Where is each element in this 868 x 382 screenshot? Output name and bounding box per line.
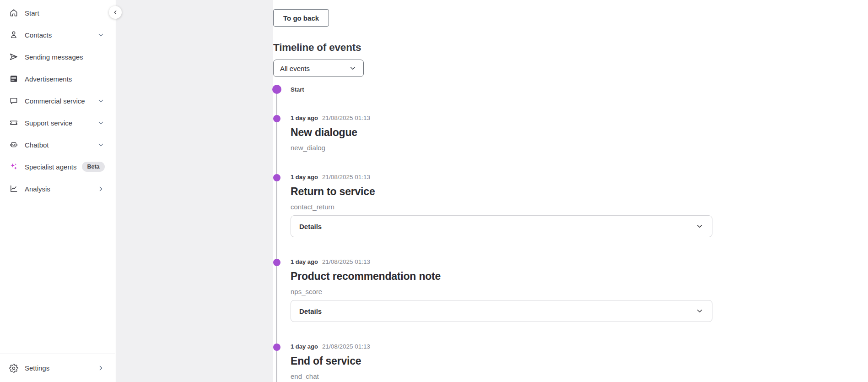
event-meta: 1 day ago 21/08/2025 01:13 [291,115,868,123]
chevron-down-icon [97,31,105,39]
timeline-event: 1 day ago 21/08/2025 01:13 End of servic… [291,343,868,381]
sidebar-item-label: Sending messages [25,53,83,61]
ticket-icon [9,118,18,127]
send-icon [9,52,18,61]
timeline-start-label: Start [291,86,304,93]
timeline-dot [273,115,280,122]
event-code: end_chat [291,372,868,381]
timeline-event: 1 day ago 21/08/2025 01:13 Product recom… [291,258,868,322]
event-filter-value: All events [280,65,310,72]
back-button[interactable]: To go back [273,9,329,27]
details-label: Details [299,223,322,230]
sidebar-item-label: Specialist agents [25,163,76,171]
sidebar-item-commercial-service[interactable]: Commercial service [0,90,115,112]
event-timestamp: 21/08/2025 01:13 [322,343,370,350]
chevron-left-icon [112,9,119,16]
main-content: To go back Timeline of events All events… [273,0,868,382]
sidebar-item-analysis[interactable]: Analysis [0,178,115,200]
sidebar-item-specialist-agents[interactable]: Specialist agents Beta [0,156,115,178]
event-code: new_dialog [291,143,868,153]
robot-icon [9,140,18,149]
sidebar-footer: Settings [0,354,115,382]
sidebar-collapse-button[interactable] [109,6,122,19]
event-timestamp: 21/08/2025 01:13 [322,174,370,180]
page-title: Timeline of events [273,42,868,54]
sidebar-item-label: Settings [25,364,49,372]
details-label: Details [299,307,322,315]
event-filter-select[interactable]: All events [273,60,364,77]
event-title: End of service [291,354,868,368]
sidebar-item-settings[interactable]: Settings [0,354,115,382]
timeline: Start 1 day ago 21/08/2025 01:13 New dia… [273,85,868,381]
sidebar-item-sending-messages[interactable]: Sending messages [0,46,115,68]
secondary-panel [116,0,273,382]
timeline-line [276,92,277,382]
chevron-down-icon [349,64,357,72]
sidebar-item-label: Chatbot [25,141,49,149]
sidebar-item-contacts[interactable]: Contacts [0,24,115,46]
chevron-down-icon [695,222,704,230]
sidebar: Start Contacts Sending messages Advertis… [0,0,115,382]
sidebar-item-start[interactable]: Start [0,2,115,24]
timeline-dot [273,344,280,351]
timeline-event: 1 day ago 21/08/2025 01:13 New dialogue … [291,115,868,153]
gear-icon [9,364,18,373]
sidebar-item-advertisements[interactable]: Advertisements [0,68,115,90]
chevron-down-icon [97,119,105,127]
line-chart-icon [9,184,18,193]
sidebar-item-label: Start [25,9,39,17]
event-relative-time: 1 day ago [291,115,318,121]
sidebar-nav: Start Contacts Sending messages Advertis… [0,0,115,200]
sparkles-icon [9,162,18,171]
timeline-dot [273,174,280,181]
event-relative-time: 1 day ago [291,343,318,350]
chevron-down-icon [695,307,704,315]
event-code: nps_score [291,287,868,296]
event-title: Return to service [291,185,868,198]
sidebar-item-support-service[interactable]: Support service [0,112,115,134]
event-code: contact_return [291,202,868,212]
event-meta: 1 day ago 21/08/2025 01:13 [291,258,868,267]
event-meta: 1 day ago 21/08/2025 01:13 [291,174,868,182]
event-meta: 1 day ago 21/08/2025 01:13 [291,343,868,351]
event-timestamp: 21/08/2025 01:13 [322,258,370,265]
chevron-down-icon [97,141,105,149]
event-title: New dialogue [291,126,868,139]
sidebar-item-label: Commercial service [25,97,85,105]
event-relative-time: 1 day ago [291,258,318,265]
chevron-right-icon [97,185,105,193]
sidebar-item-label: Support service [25,119,72,127]
sidebar-item-label: Analysis [25,185,50,193]
timeline-dot [272,85,281,94]
event-details-toggle[interactable]: Details [291,215,712,237]
beta-badge: Beta [82,162,104,172]
person-icon [9,30,18,39]
timeline-start-row: Start [291,85,868,93]
chevron-down-icon [97,97,105,105]
event-title: Product recommendation note [291,269,868,283]
sidebar-item-label: Contacts [25,31,52,39]
chat-bubble-icon [9,96,18,105]
home-icon [9,8,18,17]
timeline-event: 1 day ago 21/08/2025 01:13 Return to ser… [291,174,868,237]
timeline-dot [273,259,280,266]
sidebar-item-chatbot[interactable]: Chatbot [0,134,115,156]
event-relative-time: 1 day ago [291,174,318,180]
ads-icon [9,74,18,83]
sidebar-item-label: Advertisements [25,75,72,83]
event-details-toggle[interactable]: Details [291,300,712,322]
event-timestamp: 21/08/2025 01:13 [322,115,370,121]
chevron-right-icon [97,364,105,372]
